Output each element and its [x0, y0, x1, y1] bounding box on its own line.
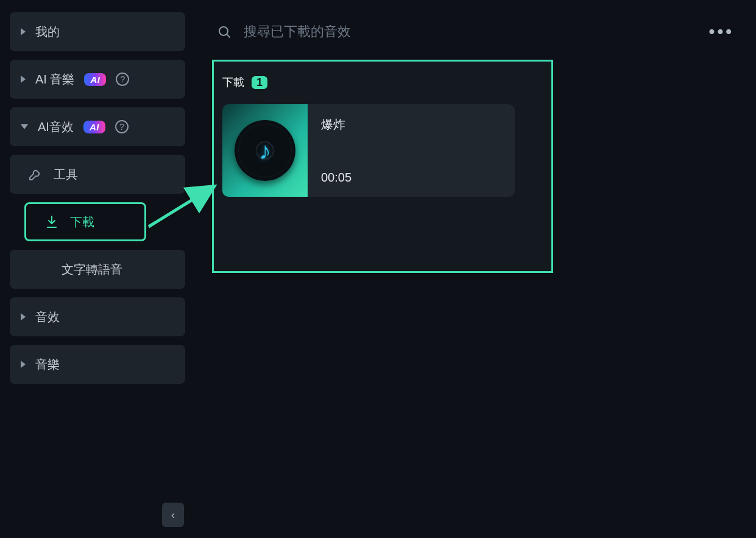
more-button[interactable]: ••• — [704, 19, 739, 44]
ai-badge: AI — [84, 73, 106, 86]
sidebar-item-label: AI 音樂 — [35, 71, 74, 88]
clip-duration: 00:05 — [321, 171, 501, 185]
search-bar: ••• — [212, 15, 739, 49]
panel-title: 下載 — [222, 75, 244, 90]
svg-line-1 — [227, 35, 230, 37]
music-note-icon: ♪ — [259, 138, 271, 163]
sidebar-item-label: 我的 — [35, 24, 60, 40]
sidebar-item-mine[interactable]: 我的 — [10, 12, 185, 51]
chevron-right-icon — [21, 28, 26, 35]
audio-clip-card[interactable]: ♪ 爆炸 00:05 — [222, 104, 515, 197]
sidebar-item-ai-music[interactable]: AI 音樂 AI ? — [10, 60, 185, 99]
vinyl-disc-icon: ♪ — [235, 120, 295, 181]
sidebar-item-tools[interactable]: 工具 — [10, 155, 185, 194]
search-input[interactable] — [244, 24, 692, 40]
chevron-down-icon — [21, 124, 28, 129]
help-icon[interactable]: ? — [116, 73, 129, 86]
sidebar-item-label: 下載 — [70, 214, 94, 230]
sidebar-item-ai-sfx[interactable]: AI音效 AI ? — [10, 107, 185, 146]
clip-name: 爆炸 — [321, 116, 501, 133]
wrench-icon — [28, 167, 43, 182]
sidebar-item-sfx[interactable]: 音效 — [10, 297, 185, 336]
chevron-right-icon — [21, 361, 26, 368]
sidebar-item-label: 音樂 — [35, 356, 60, 373]
ai-badge: AI — [83, 121, 105, 133]
sidebar-item-label: 音效 — [35, 309, 60, 325]
download-panel: 下載 1 ♪ 爆炸 00:05 — [212, 60, 553, 273]
sidebar: 我的 AI 音樂 AI ? AI音效 AI ? 工具 下載 文 — [0, 5, 195, 538]
sidebar-item-music[interactable]: 音樂 — [10, 345, 185, 384]
svg-point-0 — [219, 27, 228, 35]
sidebar-item-label: AI音效 — [38, 119, 74, 135]
clip-thumbnail: ♪ — [222, 104, 308, 197]
chevron-left-icon: ‹ — [171, 509, 175, 522]
download-icon — [44, 214, 59, 229]
sidebar-item-tts[interactable]: 文字轉語音 — [10, 250, 185, 289]
panel-header: 下載 1 — [222, 75, 543, 90]
main-panel: ••• 下載 1 ♪ 爆炸 00:05 — [195, 5, 756, 538]
collapse-sidebar-button[interactable]: ‹ — [162, 503, 184, 527]
search-icon — [217, 24, 231, 39]
help-icon[interactable]: ? — [115, 120, 129, 133]
more-icon: ••• — [709, 22, 734, 41]
chevron-right-icon — [21, 313, 26, 320]
sidebar-item-label: 文字轉語音 — [62, 261, 122, 278]
count-badge: 1 — [252, 76, 267, 89]
clip-info: 爆炸 00:05 — [308, 104, 515, 197]
sidebar-item-label: 工具 — [54, 166, 78, 183]
chevron-right-icon — [21, 76, 26, 83]
sidebar-item-download[interactable]: 下載 — [24, 202, 146, 241]
